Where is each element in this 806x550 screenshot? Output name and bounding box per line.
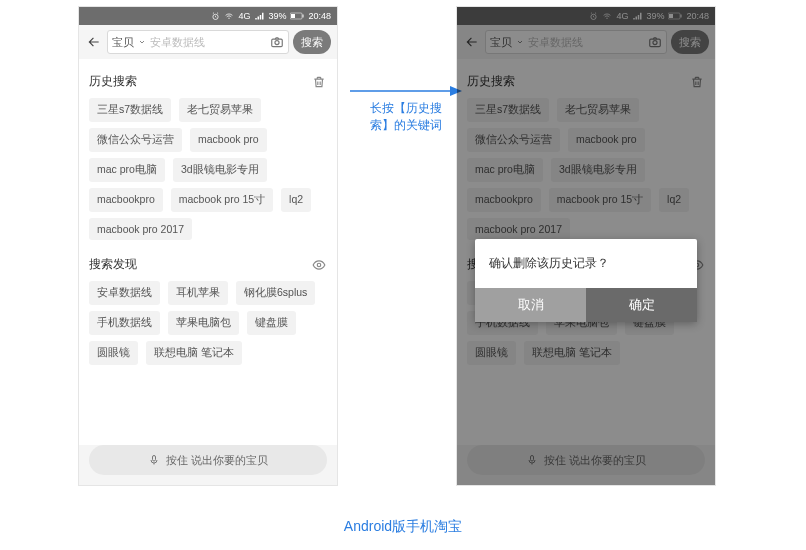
history-chip[interactable]: lq2 — [659, 188, 689, 212]
history-chip[interactable]: mac pro电脑 — [467, 158, 543, 182]
camera-icon[interactable] — [648, 35, 662, 49]
svg-rect-10 — [669, 14, 673, 18]
battery-icon — [668, 12, 682, 20]
caption: Android版手机淘宝 — [0, 518, 806, 536]
chevron-down-icon — [516, 38, 524, 46]
clock-text: 20:48 — [308, 11, 331, 21]
discover-title: 搜索发现 — [89, 256, 137, 273]
phone-left: 4G 39% 20:48 宝贝 安卓数据线 搜索 历史搜索 三星s7数据线 — [78, 6, 338, 486]
history-chip[interactable]: 三星s7数据线 — [89, 98, 171, 122]
dialog-ok-button[interactable]: 确定 — [586, 288, 697, 322]
history-chip[interactable]: lq2 — [281, 188, 311, 212]
chevron-down-icon — [138, 38, 146, 46]
search-button[interactable]: 搜索 — [671, 30, 709, 54]
voice-label: 按住 说出你要的宝贝 — [166, 453, 268, 468]
voice-button[interactable]: 按住 说出你要的宝贝 — [89, 445, 327, 475]
history-chip[interactable]: macbook pro 2017 — [89, 218, 192, 240]
svg-rect-7 — [152, 456, 155, 462]
discover-chip[interactable]: 圆眼镜 — [89, 341, 138, 365]
status-bar: 4G 39% 20:48 — [79, 7, 337, 25]
back-icon[interactable] — [85, 33, 103, 51]
confirm-dialog: 确认删除该历史记录？ 取消 确定 — [475, 239, 697, 322]
history-chip[interactable]: 3d眼镜电影专用 — [173, 158, 267, 182]
trash-icon[interactable] — [689, 74, 705, 90]
network-label: 4G — [616, 11, 628, 21]
camera-icon[interactable] — [270, 35, 284, 49]
discover-chip[interactable]: 耳机苹果 — [168, 281, 228, 305]
status-bar: 4G 39% 20:48 — [457, 7, 715, 25]
svg-rect-15 — [530, 456, 533, 462]
battery-text: 39% — [268, 11, 286, 21]
history-title: 历史搜索 — [467, 73, 515, 90]
search-placeholder: 安卓数据线 — [528, 35, 644, 50]
history-chip[interactable]: macbook pro — [568, 128, 645, 152]
battery-icon — [290, 12, 304, 20]
history-chip[interactable]: macbook pro 2017 — [467, 218, 570, 240]
eye-icon[interactable] — [311, 257, 327, 273]
history-chip[interactable]: macbook pro — [190, 128, 267, 152]
history-chip[interactable]: mac pro电脑 — [89, 158, 165, 182]
voice-label: 按住 说出你要的宝贝 — [544, 453, 646, 468]
search-placeholder: 安卓数据线 — [150, 35, 266, 50]
history-chip[interactable]: macbook pro 15寸 — [549, 188, 651, 212]
history-chips: 三星s7数据线 老七贸易苹果 微信公众号运营 macbook pro mac p… — [89, 98, 327, 240]
back-icon[interactable] — [463, 33, 481, 51]
svg-rect-12 — [650, 39, 661, 47]
history-chip[interactable]: macbookpro — [467, 188, 541, 212]
network-label: 4G — [238, 11, 250, 21]
signal-icon — [632, 12, 642, 21]
discover-chip[interactable]: 联想电脑 笔记本 — [146, 341, 242, 365]
search-category[interactable]: 宝贝 — [112, 35, 134, 50]
history-chips: 三星s7数据线 老七贸易苹果 微信公众号运营 macbook pro mac p… — [467, 98, 705, 240]
discover-chip[interactable]: 圆眼镜 — [467, 341, 516, 365]
history-chip[interactable]: 三星s7数据线 — [467, 98, 549, 122]
voice-button[interactable]: 按住 说出你要的宝贝 — [467, 445, 705, 475]
search-category[interactable]: 宝贝 — [490, 35, 512, 50]
phone-right: 4G 39% 20:48 宝贝 安卓数据线 搜索 历史搜索 三星s7数据线 — [456, 6, 716, 486]
annotation-line2: 索】的关键词 — [370, 118, 442, 132]
search-box[interactable]: 宝贝 安卓数据线 — [107, 30, 289, 54]
content-area: 历史搜索 三星s7数据线 老七贸易苹果 微信公众号运营 macbook pro … — [79, 59, 337, 445]
svg-rect-3 — [303, 15, 304, 18]
history-chip[interactable]: 老七贸易苹果 — [179, 98, 261, 122]
history-chip[interactable]: 微信公众号运营 — [467, 128, 560, 152]
history-chip[interactable]: 老七贸易苹果 — [557, 98, 639, 122]
svg-point-8 — [591, 14, 596, 19]
mic-icon — [148, 453, 160, 467]
trash-icon[interactable] — [311, 74, 327, 90]
svg-rect-9 — [668, 13, 680, 19]
clock-text: 20:48 — [686, 11, 709, 21]
svg-rect-2 — [291, 14, 295, 18]
search-row: 宝贝 安卓数据线 搜索 — [79, 25, 337, 59]
dialog-cancel-button[interactable]: 取消 — [475, 288, 586, 322]
annotation: 长按【历史搜 索】的关键词 — [348, 84, 464, 134]
battery-text: 39% — [646, 11, 664, 21]
svg-rect-11 — [681, 15, 682, 18]
discover-chip[interactable]: 键盘膜 — [247, 311, 296, 335]
history-title: 历史搜索 — [89, 73, 137, 90]
history-chip[interactable]: macbookpro — [89, 188, 163, 212]
discover-chip[interactable]: 联想电脑 笔记本 — [524, 341, 620, 365]
wifi-icon — [224, 12, 234, 21]
history-chip[interactable]: 微信公众号运营 — [89, 128, 182, 152]
svg-point-13 — [653, 41, 657, 45]
discover-chips: 安卓数据线 耳机苹果 钢化膜6splus 手机数据线 苹果电脑包 键盘膜 圆眼镜… — [89, 281, 327, 365]
search-button[interactable]: 搜索 — [293, 30, 331, 54]
annotation-line1: 长按【历史搜 — [370, 101, 442, 115]
wifi-icon — [602, 12, 612, 21]
search-box[interactable]: 宝贝 安卓数据线 — [485, 30, 667, 54]
dialog-message: 确认删除该历史记录？ — [475, 239, 697, 288]
mic-icon — [526, 453, 538, 467]
svg-point-6 — [317, 263, 321, 267]
history-chip[interactable]: 3d眼镜电影专用 — [551, 158, 645, 182]
discover-chip[interactable]: 钢化膜6splus — [236, 281, 315, 305]
svg-point-5 — [275, 41, 279, 45]
discover-chip[interactable]: 苹果电脑包 — [168, 311, 239, 335]
discover-chip[interactable]: 安卓数据线 — [89, 281, 160, 305]
arrow-right-icon — [350, 84, 462, 98]
discover-chip[interactable]: 手机数据线 — [89, 311, 160, 335]
alarm-icon — [211, 12, 220, 21]
alarm-icon — [589, 12, 598, 21]
history-chip[interactable]: macbook pro 15寸 — [171, 188, 273, 212]
signal-icon — [254, 12, 264, 21]
